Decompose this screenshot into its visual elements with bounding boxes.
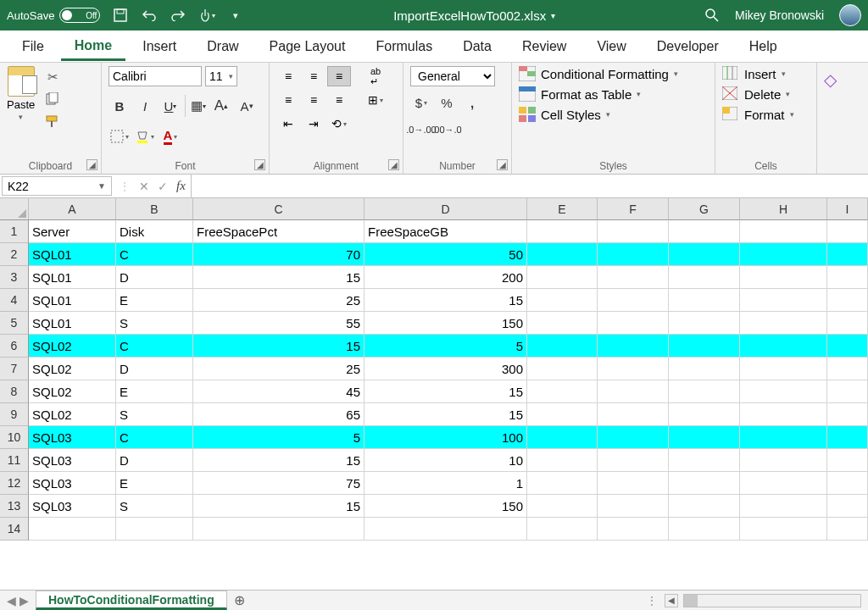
cell[interactable] — [669, 358, 740, 380]
cell[interactable]: E — [116, 289, 193, 312]
cell[interactable]: 15 — [364, 289, 527, 312]
cell[interactable] — [598, 380, 669, 403]
cell[interactable] — [740, 449, 827, 472]
cell[interactable] — [827, 449, 868, 472]
cell[interactable]: E — [116, 472, 193, 495]
font-color-button[interactable]: A — [159, 125, 181, 147]
cell[interactable]: 15 — [193, 335, 364, 358]
cell[interactable]: SQL03 — [29, 495, 116, 518]
cell[interactable]: SQL01 — [29, 266, 116, 289]
paste-button[interactable]: Paste — [7, 98, 35, 111]
cell[interactable]: 55 — [193, 312, 364, 335]
cell[interactable] — [598, 449, 669, 472]
cell[interactable] — [527, 289, 598, 312]
redo-icon[interactable] — [170, 7, 186, 24]
scroll-left-icon[interactable]: ◀ — [665, 594, 678, 607]
increase-indent-icon[interactable]: ⇥ — [302, 114, 326, 134]
qat-customize-icon[interactable]: ▾ — [227, 7, 244, 24]
chevron-down-icon[interactable]: ▾ — [229, 72, 233, 80]
cell[interactable]: D — [116, 266, 193, 289]
cell[interactable]: FreeSpacePct — [193, 220, 364, 243]
tab-data[interactable]: Data — [449, 34, 505, 59]
increase-decimal-icon[interactable]: .0→.00 — [410, 119, 432, 141]
toggle-switch[interactable]: Off — [59, 8, 100, 23]
tab-view[interactable]: View — [583, 34, 639, 59]
column-header[interactable]: H — [740, 198, 827, 220]
cell[interactable] — [527, 266, 598, 289]
cell[interactable] — [527, 335, 598, 358]
cell[interactable] — [527, 358, 598, 380]
tab-home[interactable]: Home — [61, 33, 125, 61]
cell[interactable] — [827, 266, 868, 289]
horizontal-scrollbar[interactable] — [683, 594, 861, 607]
delete-button[interactable]: Delete ▾ — [722, 86, 794, 102]
tab-developer[interactable]: Developer — [643, 34, 732, 59]
cell[interactable] — [669, 472, 740, 495]
cell[interactable] — [827, 518, 868, 541]
tab-help[interactable]: Help — [736, 34, 791, 59]
search-icon[interactable] — [704, 8, 720, 23]
cell[interactable]: SQL03 — [29, 426, 116, 449]
column-header[interactable]: B — [116, 198, 193, 220]
cell[interactable] — [827, 403, 868, 426]
cell[interactable] — [669, 518, 740, 541]
dialog-launcher-icon[interactable]: ◢ — [497, 159, 508, 170]
align-center-icon[interactable]: ≡ — [302, 90, 326, 110]
row-header[interactable]: 3 — [0, 266, 29, 289]
cell[interactable] — [740, 426, 827, 449]
scrollbar-thumb[interactable] — [684, 595, 698, 607]
cell[interactable] — [669, 495, 740, 518]
sheet-nav-next-icon[interactable]: ▶ — [19, 594, 29, 607]
row-header[interactable]: 7 — [0, 358, 29, 380]
cell[interactable]: 10 — [364, 449, 527, 472]
cell[interactable]: 50 — [364, 243, 527, 266]
chevron-down-icon[interactable]: ▼ — [97, 181, 106, 191]
cell[interactable]: C — [116, 426, 193, 449]
insert-function-icon[interactable]: fx — [176, 179, 186, 193]
cell[interactable]: 5 — [193, 426, 364, 449]
accounting-format-icon[interactable]: $ — [410, 92, 432, 114]
touch-mode-icon[interactable]: ▾ — [198, 7, 215, 24]
cell[interactable] — [598, 289, 669, 312]
column-header[interactable]: D — [364, 198, 527, 220]
cell[interactable] — [740, 403, 827, 426]
cell[interactable] — [827, 312, 868, 335]
align-right-icon[interactable]: ≡ — [327, 90, 351, 110]
borders-button[interactable] — [108, 125, 131, 147]
align-middle-icon[interactable]: ≡ — [302, 66, 326, 86]
cell[interactable]: 150 — [364, 312, 527, 335]
tab-insert[interactable]: Insert — [129, 34, 190, 59]
cell[interactable] — [827, 289, 868, 312]
cell[interactable] — [827, 335, 868, 358]
tab-page-layout[interactable]: Page Layout — [256, 34, 359, 59]
row-header[interactable]: 11 — [0, 449, 29, 472]
cell[interactable]: Disk — [116, 220, 193, 243]
copy-icon[interactable] — [43, 92, 62, 107]
cell[interactable] — [527, 518, 598, 541]
row-header[interactable]: 10 — [0, 426, 29, 449]
cell[interactable]: C — [116, 243, 193, 266]
cell[interactable]: SQL02 — [29, 358, 116, 380]
cell[interactable] — [740, 358, 827, 380]
cell[interactable] — [669, 335, 740, 358]
conditional-formatting-button[interactable]: Conditional Formatting ▾ — [519, 66, 678, 81]
row-header[interactable]: 8 — [0, 380, 29, 403]
align-bottom-icon[interactable]: ≡ — [327, 66, 351, 86]
filename-dropdown-icon[interactable]: ▾ — [551, 11, 555, 20]
cell[interactable] — [740, 380, 827, 403]
cell[interactable]: 45 — [193, 380, 364, 403]
cell[interactable] — [527, 449, 598, 472]
cell[interactable] — [669, 426, 740, 449]
cell[interactable]: SQL02 — [29, 403, 116, 426]
cell[interactable] — [827, 426, 868, 449]
autosave-toggle[interactable]: AutoSave Off — [7, 8, 100, 23]
cell[interactable] — [364, 518, 527, 541]
spreadsheet-grid[interactable]: ABCDEFGHI 1234567891011121314 ServerDisk… — [0, 198, 868, 566]
increase-font-icon[interactable]: A▴ — [210, 95, 232, 117]
cell[interactable]: 25 — [193, 358, 364, 380]
cell-styles-button[interactable]: Cell Styles ▾ — [519, 107, 678, 122]
cell[interactable]: 15 — [193, 495, 364, 518]
cell[interactable]: 15 — [193, 449, 364, 472]
format-painter-icon[interactable] — [43, 114, 62, 129]
cell[interactable]: FreeSpaceGB — [364, 220, 527, 243]
